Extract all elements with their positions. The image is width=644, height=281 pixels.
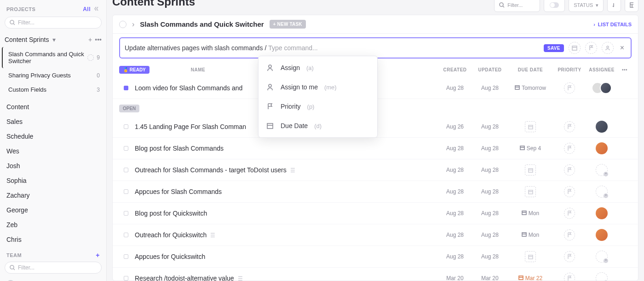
task-assignee[interactable]	[586, 186, 618, 198]
task-assignee[interactable]	[586, 164, 618, 176]
task-priority[interactable]	[553, 164, 586, 176]
task-assignee[interactable]	[586, 229, 618, 241]
task-row[interactable]: Blog post for Quickswitch Aug 28 Aug 28 …	[113, 203, 638, 224]
task-row[interactable]: Appcues for Quickswitch Aug 28 Aug 28	[113, 246, 638, 268]
projects-filter-input[interactable]: Filter...	[5, 17, 102, 29]
task-row[interactable]: Blog post for Slash Commands Aug 28 Aug …	[113, 138, 638, 159]
layout-button[interactable]	[625, 0, 638, 12]
assignee-ghost-icon[interactable]	[602, 42, 614, 54]
sidebar-project-item[interactable]: Custom Fields3	[2, 82, 104, 97]
new-task-button[interactable]: + NEW TASK	[270, 20, 306, 29]
sidebar-project-item[interactable]: Sharing Privacy Guests0	[2, 68, 104, 82]
project-group-more-icon[interactable]: •••	[95, 36, 102, 43]
priority-ghost-icon	[564, 273, 575, 281]
status-checkbox[interactable]	[124, 211, 128, 216]
task-row[interactable]: Outreach for Slash Commands - target ToD…	[113, 159, 638, 181]
status-checkbox[interactable]	[124, 146, 128, 151]
due-date-ghost-icon[interactable]	[569, 42, 581, 54]
breadcrumb-title[interactable]: Slash Commands and Quick Switcher	[140, 20, 264, 28]
task-created: Aug 28	[437, 253, 472, 260]
task-created: Aug 28	[437, 232, 472, 238]
task-priority[interactable]	[553, 273, 586, 281]
priority-ghost-icon	[564, 82, 575, 94]
task-due[interactable]	[507, 164, 553, 176]
task-priority[interactable]	[553, 82, 586, 94]
task-assignee[interactable]	[586, 207, 618, 219]
sidebar-project-item[interactable]: Slash Commands and Quick Switcher9	[2, 47, 104, 68]
task-priority[interactable]	[553, 208, 586, 219]
status-filter[interactable]: STATUS ▾	[569, 0, 604, 12]
col-more-icon[interactable]: •••	[618, 67, 632, 72]
list-details-link[interactable]: › LIST DETAILS	[593, 22, 632, 27]
task-priority[interactable]	[553, 143, 586, 154]
task-updated: Aug 28	[472, 85, 507, 91]
slash-menu-item[interactable]: Priority (p)	[259, 97, 377, 116]
slash-menu-item[interactable]: Assign (a)	[259, 58, 377, 77]
task-due[interactable]: Mon	[507, 232, 553, 238]
task-assignee[interactable]	[586, 121, 618, 133]
sidebar-nav-item[interactable]: George	[0, 203, 106, 217]
status-checkbox[interactable]	[124, 86, 128, 90]
task-due[interactable]: Sep 4	[507, 145, 553, 152]
status-checkbox[interactable]	[124, 168, 128, 172]
task-created: Mar 20	[437, 275, 472, 281]
due-ghost-icon[interactable]	[525, 186, 536, 197]
task-assignee[interactable]	[586, 142, 618, 154]
task-due[interactable]	[507, 121, 553, 132]
task-assignee[interactable]	[586, 272, 618, 281]
group-badge[interactable]: OPEN	[119, 105, 139, 112]
status-circle-icon[interactable]	[119, 21, 126, 28]
sidebar-nav-item[interactable]: Zeb	[0, 217, 106, 232]
add-team-icon[interactable]: +	[96, 252, 100, 259]
status-checkbox[interactable]	[124, 276, 128, 281]
task-row[interactable]: Appcues for Slash Commands Aug 28 Aug 28	[113, 181, 638, 203]
collapse-sidebar-icon[interactable]	[93, 6, 100, 13]
slash-menu-item[interactable]: Assign to me (me)	[259, 77, 377, 97]
save-button[interactable]: SAVE	[544, 44, 564, 52]
status-checkbox[interactable]	[124, 233, 128, 237]
close-icon[interactable]: ×	[618, 44, 626, 52]
sort-button[interactable]	[607, 0, 621, 12]
sidebar-nav-item[interactable]: Josh	[0, 158, 106, 173]
due-ghost-icon[interactable]	[525, 251, 536, 262]
due-ghost-icon[interactable]	[525, 164, 536, 176]
top-filter-input[interactable]: Filter...	[494, 0, 540, 12]
task-due[interactable]: Tomorrow	[507, 85, 553, 91]
task-due[interactable]	[507, 251, 553, 262]
task-priority[interactable]	[553, 186, 586, 197]
group-badge[interactable]: 🥇 READY	[119, 66, 150, 74]
project-group[interactable]: Content Sprints ▾ + •••	[0, 32, 106, 47]
due-ghost-icon[interactable]	[525, 121, 536, 132]
view-toggle[interactable]	[544, 0, 565, 12]
task-due[interactable]: Mar 22	[507, 275, 553, 281]
status-checkbox[interactable]	[124, 254, 128, 259]
command-input-bar[interactable]: Update alternatives pages with slash com…	[119, 37, 632, 59]
priority-ghost-icon[interactable]	[585, 42, 597, 54]
status-checkbox[interactable]	[124, 189, 128, 194]
add-project-icon[interactable]: +	[88, 36, 92, 43]
task-row[interactable]: Research /todoist-alternative value☰ Mar…	[113, 268, 638, 281]
task-priority[interactable]	[553, 121, 586, 132]
board: › Slash Commands and Quick Switcher + NE…	[112, 15, 638, 281]
task-assignee[interactable]	[586, 82, 618, 94]
sidebar-nav-item[interactable]: Sophia	[0, 173, 106, 188]
sidebar-nav-item[interactable]: Chris	[0, 232, 106, 247]
task-due[interactable]: Mon	[507, 210, 553, 217]
team-unassigned[interactable]: Unassigned 4	[0, 277, 106, 281]
task-priority[interactable]	[553, 229, 586, 240]
sidebar-nav-item[interactable]: Schedule	[0, 129, 106, 144]
slash-menu-item[interactable]: Due Date (d)	[259, 116, 377, 135]
projects-all-link[interactable]: All	[83, 6, 91, 12]
sidebar-nav-item[interactable]: Sales	[0, 114, 106, 129]
task-priority[interactable]	[553, 251, 586, 262]
task-assignee[interactable]	[586, 251, 618, 263]
sidebar-nav-item[interactable]: Content	[0, 100, 106, 114]
status-checkbox[interactable]	[124, 124, 128, 129]
priority-ghost-icon	[564, 121, 575, 132]
team-filter-input[interactable]: Filter...	[5, 262, 102, 274]
sidebar-nav-item[interactable]: Wes	[0, 144, 106, 158]
projects-header: PROJECTS All	[0, 6, 106, 16]
task-due[interactable]	[507, 186, 553, 197]
task-row[interactable]: Outreach for Quickswitch☰ Aug 28 Aug 28 …	[113, 224, 638, 246]
sidebar-nav-item[interactable]: Zachary	[0, 188, 106, 203]
